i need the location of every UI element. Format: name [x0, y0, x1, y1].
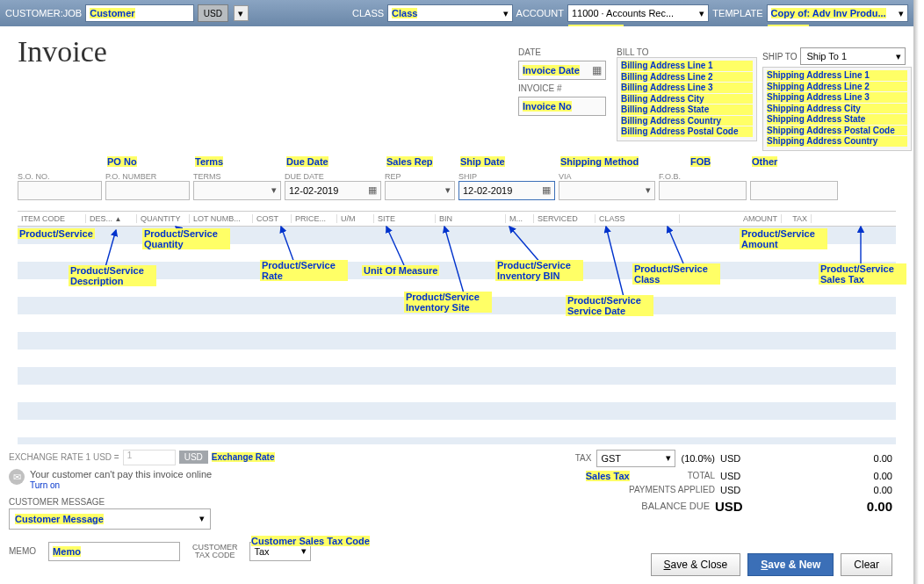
date-label: DATE — [518, 47, 606, 57]
po-no-field[interactable] — [105, 181, 190, 200]
col-item[interactable]: ITEM CODE — [18, 214, 86, 223]
chevron-down-icon: ▾ — [301, 545, 307, 557]
account-label: ACCOUNT — [516, 8, 564, 18]
tax-rate: (10.0%) — [681, 453, 715, 464]
due-date-annot: Due Date — [286, 156, 328, 167]
turn-on-link[interactable]: Turn on — [30, 480, 60, 490]
chevron-down-icon: ▾ — [666, 452, 671, 464]
col-qty[interactable]: QUANTITY — [137, 214, 190, 223]
tax-label: TAX — [575, 453, 592, 463]
col-tax[interactable]: TAX — [782, 214, 812, 223]
po-no-label: P.O. NUMBER — [105, 172, 156, 181]
col-price[interactable]: PRICE... — [292, 214, 337, 223]
bill-to-label: BILL TO — [617, 47, 757, 57]
exchange-annot: Exchange Rate — [212, 452, 275, 462]
customer-job-field[interactable]: Customer — [85, 4, 194, 22]
col-cost[interactable]: COST — [253, 214, 292, 223]
col-amount[interactable]: AMOUNT — [680, 214, 782, 223]
memo-label: MEMO — [9, 546, 36, 556]
col-site[interactable]: SITE — [374, 214, 436, 223]
ship-to-select[interactable]: Ship To 1 — [800, 47, 906, 65]
chevron-down-icon: ▾ — [199, 513, 205, 524]
save-new-button[interactable]: Save & New — [747, 553, 834, 576]
invoice-no-field[interactable]: Invoice No — [518, 97, 606, 116]
chevron-down-icon[interactable]: ▾ — [271, 184, 277, 196]
total-currency: USD — [720, 471, 755, 481]
calendar-icon[interactable]: ▦ — [542, 184, 551, 196]
ship-annot: Ship Date — [460, 156, 505, 167]
terms-annot: Terms — [195, 156, 223, 167]
pay-online-text: Your customer can't pay this invoice onl… — [30, 469, 212, 479]
terms-label: TERMS — [193, 172, 221, 181]
class-field[interactable]: Class ▾ — [387, 4, 512, 22]
due-date-field[interactable]: 12-02-2019▦ — [285, 181, 381, 200]
table-body[interactable] — [18, 227, 896, 444]
bill-to-address[interactable]: Billing Address Line 1 Billing Address L… — [617, 57, 757, 141]
invoice-date-field[interactable]: Invoice Date ▦ — [518, 61, 606, 80]
so-no-label: S.O. NO. — [18, 172, 50, 181]
chevron-down-icon: ▾ — [503, 8, 509, 19]
balance-amount: 0.00 — [761, 499, 892, 514]
cust-tax-code-label2: TAX CODE — [195, 552, 235, 559]
exchange-rate-label: EXCHANGE RATE 1 USD = — [9, 452, 119, 462]
sales-tax-annot: Sales Tax — [586, 471, 630, 481]
chevron-down-icon: ▾ — [899, 8, 904, 19]
class-label: CLASS — [352, 8, 384, 18]
via-field[interactable]: ▾ — [559, 181, 655, 200]
calendar-icon[interactable]: ▦ — [368, 184, 377, 196]
currency-dropdown-icon[interactable]: ▾ — [234, 5, 249, 21]
col-class[interactable]: CLASS — [596, 214, 680, 223]
chevron-down-icon: ▾ — [699, 8, 704, 19]
fob-label: F.O.B. — [659, 172, 681, 181]
fob-annot: FOB — [690, 156, 711, 167]
col-des[interactable]: DES... ▲ — [86, 214, 137, 223]
col-serviced[interactable]: SERVICED — [534, 214, 596, 223]
tax-currency: USD — [720, 453, 755, 464]
ship-to-address[interactable]: Shipping Address Line 1 Shipping Address… — [762, 67, 912, 151]
due-date-label: DUE DATE — [285, 172, 324, 181]
payments-currency: USD — [720, 485, 755, 495]
chevron-down-icon[interactable]: ▾ — [445, 184, 451, 196]
clear-button[interactable]: Clear — [841, 553, 892, 576]
calendar-icon[interactable]: ▦ — [592, 64, 602, 76]
customer-job-label: CUSTOMER:JOB — [5, 8, 82, 18]
col-lot[interactable]: LOT NUMB... — [190, 214, 253, 223]
so-no-field[interactable] — [18, 181, 102, 200]
memo-field[interactable]: Memo — [48, 542, 180, 561]
ship-date-field[interactable]: 12-02-2019▦ — [458, 181, 555, 200]
col-m[interactable]: M... — [506, 214, 534, 223]
save-close-button[interactable]: Save & Close — [651, 553, 741, 576]
rep-label: REP — [385, 172, 401, 181]
balance-currency: USD — [715, 499, 755, 514]
info-icon: ✉ — [9, 469, 25, 485]
currency-button[interactable]: USD — [198, 4, 228, 22]
chevron-down-icon[interactable]: ▾ — [646, 184, 651, 196]
exchange-rate-field[interactable]: 1 — [123, 450, 176, 465]
tax-amount: 0.00 — [761, 453, 892, 464]
rep-field[interactable]: ▾ — [385, 181, 455, 200]
rep-annot: Sales Rep — [386, 156, 433, 167]
po-no-annot: PO No — [107, 156, 137, 167]
invoice-no-label: INVOICE # — [518, 83, 606, 93]
cust-tax-code-annot: Customer Sales Tax Code — [251, 536, 370, 546]
total-amount: 0.00 — [761, 471, 892, 481]
col-bin[interactable]: BIN — [436, 214, 506, 223]
ship-to-label: SHIP TO — [762, 52, 797, 61]
payments-amount: 0.00 — [761, 485, 892, 495]
tax-select[interactable]: GST▾ — [596, 450, 675, 467]
other-field[interactable] — [750, 181, 838, 200]
fob-field[interactable] — [659, 181, 747, 200]
customer-message-select[interactable]: Customer Message ▾ — [9, 508, 211, 530]
sort-up-icon: ▲ — [115, 215, 122, 223]
col-um[interactable]: U/M — [337, 214, 374, 223]
balance-label: BALANCE DUE — [641, 501, 710, 511]
payments-label: PAYMENTS APPLIED — [629, 485, 715, 494]
top-toolbar: CUSTOMER:JOB Customer USD ▾ CLASS Class … — [0, 0, 913, 26]
via-label: VIA — [559, 172, 572, 181]
terms-field[interactable]: ▾ — [193, 181, 281, 200]
exchange-currency: USD — [179, 451, 208, 464]
account-field[interactable]: 11000 · Accounts Rec... ▾ AR Account — [567, 4, 709, 22]
template-field[interactable]: Copy of: Adv Inv Produ... ▾ Template — [767, 4, 908, 22]
via-annot: Shipping Method — [560, 156, 639, 167]
other-annot: Other — [752, 156, 777, 167]
